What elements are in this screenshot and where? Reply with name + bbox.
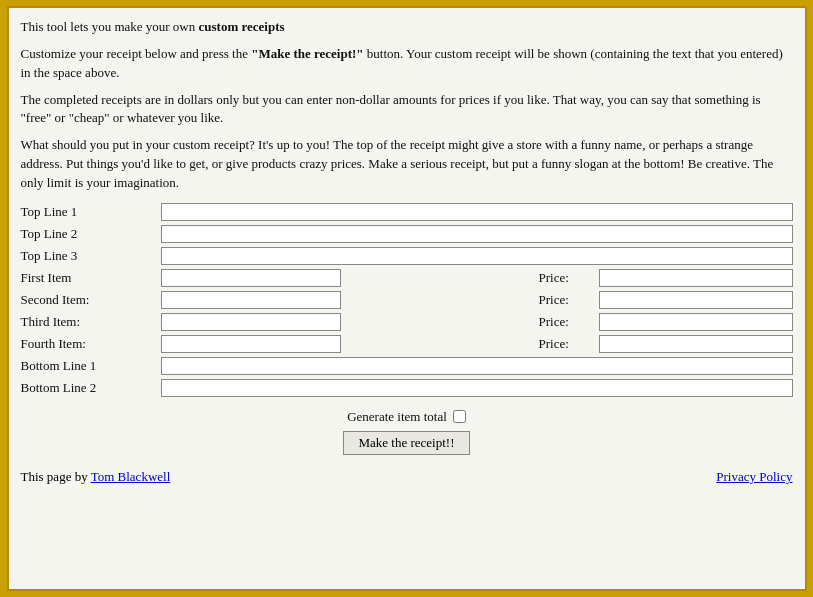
second-item-name-input[interactable] [161,291,341,309]
top-line-2-row: Top Line 2 [21,225,793,243]
make-receipt-button[interactable]: Make the receipt!! [343,431,469,455]
bottom-line-2-row: Bottom Line 2 [21,379,793,397]
intro-para-1: This tool lets you make your own custom … [21,18,793,37]
fourth-item-label: Fourth Item: [21,336,161,352]
author-credit: This page by Tom Blackwell [21,469,171,485]
top-line-3-label: Top Line 3 [21,248,161,264]
bottom-line-1-input[interactable] [161,357,793,375]
generate-total-checkbox[interactable] [453,410,466,423]
bottom-line-1-label: Bottom Line 1 [21,358,161,374]
third-price-input[interactable] [599,313,793,331]
top-line-1-row: Top Line 1 [21,203,793,221]
intro-section: This tool lets you make your own custom … [21,18,793,193]
intro-para-2-prefix: Customize your receipt below and press t… [21,46,252,61]
form-section: Top Line 1 Top Line 2 Top Line 3 First I… [21,203,793,455]
fourth-price-label: Price: [539,336,599,352]
top-line-3-row: Top Line 3 [21,247,793,265]
bottom-line-2-input[interactable] [161,379,793,397]
second-item-row: Second Item: Price: [21,291,793,309]
generate-label: Generate item total [347,409,447,425]
fourth-item-name-input[interactable] [161,335,341,353]
intro-para-1-bold: custom receipts [199,19,285,34]
author-prefix: This page by [21,469,91,484]
top-line-2-label: Top Line 2 [21,226,161,242]
footer-section: This page by Tom Blackwell Privacy Polic… [21,469,793,485]
make-button-row: Make the receipt!! [21,431,793,455]
privacy-policy-link[interactable]: Privacy Policy [716,469,792,484]
second-price-input[interactable] [599,291,793,309]
generate-total-row: Generate item total [21,409,793,425]
top-line-2-input[interactable] [161,225,793,243]
top-line-1-label: Top Line 1 [21,204,161,220]
intro-para-4: What should you put in your custom recei… [21,136,793,193]
fourth-price-input[interactable] [599,335,793,353]
fourth-item-row: Fourth Item: Price: [21,335,793,353]
first-item-name-input[interactable] [161,269,341,287]
second-price-label: Price: [539,292,599,308]
second-item-label: Second Item: [21,292,161,308]
first-item-row: First Item Price: [21,269,793,287]
third-item-row: Third Item: Price: [21,313,793,331]
top-line-1-input[interactable] [161,203,793,221]
third-item-name-input[interactable] [161,313,341,331]
bottom-line-2-label: Bottom Line 2 [21,380,161,396]
intro-para-2: Customize your receipt below and press t… [21,45,793,83]
first-price-input[interactable] [599,269,793,287]
first-item-label: First Item [21,270,161,286]
intro-para-3: The completed receipts are in dollars on… [21,91,793,129]
first-price-label: Price: [539,270,599,286]
author-link[interactable]: Tom Blackwell [91,469,171,484]
intro-para-2-bold: "Make the receipt!" [251,46,363,61]
third-item-label: Third Item: [21,314,161,330]
third-price-label: Price: [539,314,599,330]
page-container: This tool lets you make your own custom … [7,6,807,591]
top-line-3-input[interactable] [161,247,793,265]
intro-para-1-prefix: This tool lets you make your own [21,19,199,34]
privacy-policy-container: Privacy Policy [716,469,792,485]
bottom-line-1-row: Bottom Line 1 [21,357,793,375]
